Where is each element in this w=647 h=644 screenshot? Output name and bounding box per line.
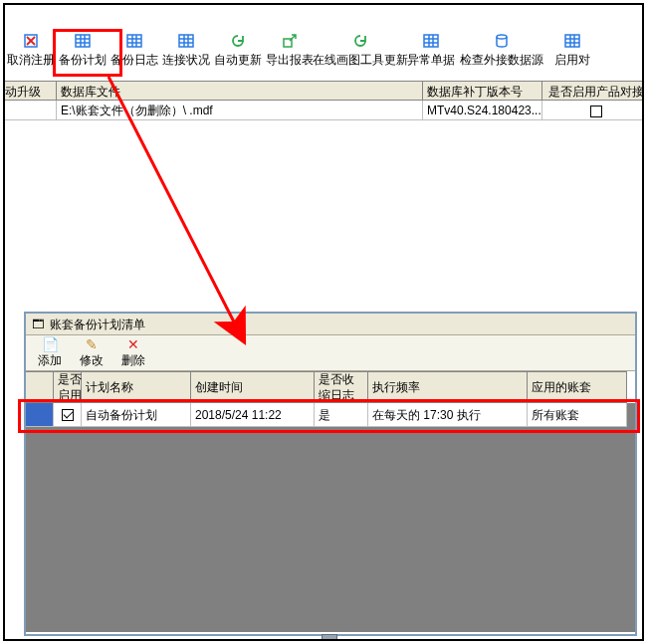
db-path-cell: E:\账套文件（勿删除）\ .mdf bbox=[57, 101, 423, 120]
grid-icon bbox=[75, 33, 91, 49]
svg-rect-13 bbox=[179, 35, 193, 47]
db-version-cell: MTv40.S24.180423... bbox=[423, 101, 542, 120]
resize-grip-icon bbox=[322, 634, 337, 640]
delete-button[interactable]: ✕ 删除 bbox=[117, 336, 149, 369]
database-grid: 动升级 数据库文件 数据库补丁版本号 是否启用产品对接 E:\账套文件（勿删除）… bbox=[3, 81, 644, 120]
toolbar-自动更新[interactable]: 自动更新 bbox=[212, 33, 264, 69]
svg-point-24 bbox=[497, 35, 507, 39]
plan-freq-cell: 在每天的 17:30 执行 bbox=[368, 403, 528, 427]
svg-rect-25 bbox=[565, 35, 579, 47]
toolbar-label: 备份计划 bbox=[59, 52, 107, 69]
window-titlebar: 🗔 账套备份计划清单 bbox=[26, 314, 635, 335]
grid-icon bbox=[564, 33, 580, 49]
toolbar-label: 备份日志 bbox=[110, 52, 158, 69]
row-selector[interactable] bbox=[26, 403, 54, 427]
plan-shrink-cell: 是 bbox=[315, 403, 368, 427]
toolbar-取消注册[interactable]: 取消注册 bbox=[5, 33, 57, 69]
table-row[interactable]: E:\账套文件（勿删除）\ .mdf MTv40.S24.180423... bbox=[3, 101, 644, 120]
svg-rect-3 bbox=[76, 35, 90, 47]
plan-enabled-checkbox[interactable] bbox=[54, 403, 82, 427]
toolbar-label: 自动更新 bbox=[214, 52, 262, 69]
col-header-enable[interactable]: 是否 启用 bbox=[54, 371, 82, 403]
col-header-scope[interactable]: 应用的账套 bbox=[528, 371, 627, 403]
grid-icon bbox=[126, 33, 142, 49]
col-header-shrink-log[interactable]: 是否收 缩日志 bbox=[315, 371, 368, 403]
add-icon: 📄 bbox=[42, 336, 59, 352]
export-icon bbox=[282, 33, 298, 49]
unregister-icon bbox=[23, 33, 39, 49]
refresh-icon bbox=[352, 33, 368, 49]
db-icon bbox=[494, 33, 510, 49]
toolbar-label: 启用对 bbox=[554, 52, 590, 69]
col-header-plan-name[interactable]: 计划名称 bbox=[82, 371, 191, 403]
toolbar-在线画图工具更新[interactable]: 在线画图工具更新 bbox=[316, 33, 405, 69]
toolbar-label: 导出报表 bbox=[266, 52, 314, 69]
window-title: 账套备份计划清单 bbox=[50, 314, 145, 335]
col-header-dbfile[interactable]: 数据库文件 bbox=[57, 81, 423, 101]
add-button[interactable]: 📄 添加 bbox=[34, 336, 66, 369]
edit-icon: ✎ bbox=[86, 336, 98, 352]
backup-plan-window: 🗔 账套备份计划清单 📄 添加 ✎ 修改 ✕ 删除 是否 启用 计划名称 创建时… bbox=[24, 312, 637, 636]
plan-scope-cell: 所有账套 bbox=[528, 403, 627, 427]
toolbar-备份计划[interactable]: 备份计划 bbox=[57, 33, 108, 69]
refresh-icon bbox=[230, 33, 246, 49]
grid-icon bbox=[423, 33, 439, 49]
svg-rect-8 bbox=[127, 35, 141, 47]
toolbar-label: 连接状况 bbox=[162, 52, 210, 69]
toolbar-label: 检查外接数据源 bbox=[460, 52, 543, 69]
toolbar-备份日志[interactable]: 备份日志 bbox=[108, 33, 160, 69]
enable-dock-checkbox[interactable] bbox=[542, 101, 644, 120]
col-header-enable-dock[interactable]: 是否启用产品对接 bbox=[542, 81, 644, 101]
toolbar-检查外接数据源[interactable]: 检查外接数据源 bbox=[457, 33, 546, 69]
toolbar-导出报表[interactable]: 导出报表 bbox=[264, 33, 316, 69]
svg-rect-19 bbox=[424, 35, 438, 47]
plan-row[interactable]: 自动备份计划 2018/5/24 11:22 是 在每天的 17:30 执行 所… bbox=[26, 403, 635, 435]
toolbar-启用对[interactable]: 启用对 bbox=[546, 33, 598, 69]
plan-name-cell: 自动备份计划 bbox=[82, 403, 191, 427]
col-header-patch[interactable]: 数据库补丁版本号 bbox=[423, 81, 542, 101]
toolbar-label: 异常单据 bbox=[407, 52, 455, 69]
toolbar-异常单据[interactable]: 异常单据 bbox=[405, 33, 457, 69]
col-header-frequency[interactable]: 执行频率 bbox=[368, 371, 528, 403]
toolbar-连接状况[interactable]: 连接状况 bbox=[160, 33, 212, 69]
col-header-created[interactable]: 创建时间 bbox=[191, 371, 315, 403]
toolbar-label: 在线画图工具更新 bbox=[313, 52, 408, 69]
app-icon: 🗔 bbox=[32, 314, 44, 335]
toolbar-label: 取消注册 bbox=[7, 52, 55, 69]
edit-button[interactable]: ✎ 修改 bbox=[76, 336, 108, 369]
col-header-upgrade[interactable]: 动升级 bbox=[3, 81, 57, 101]
plan-created-cell: 2018/5/24 11:22 bbox=[191, 403, 315, 427]
grid-icon bbox=[178, 33, 194, 49]
delete-icon: ✕ bbox=[127, 336, 139, 352]
